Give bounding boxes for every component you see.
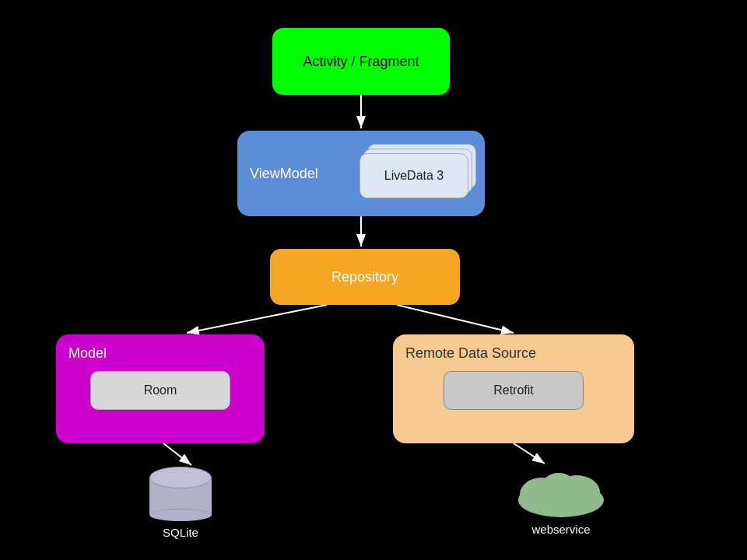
sqlite-label: SQLite xyxy=(163,526,198,539)
svg-point-10 xyxy=(542,473,576,501)
webservice-container: webservice xyxy=(510,465,612,536)
architecture-diagram: Activity / Fragment ViewModel LiveData 3… xyxy=(0,0,747,560)
cloud-icon xyxy=(510,465,612,520)
repository-label: Repository xyxy=(331,269,398,285)
sqlite-cylinder xyxy=(149,467,212,521)
remote-data-source-box: Remote Data Source Retrofit xyxy=(393,334,634,443)
model-label: Model xyxy=(68,345,107,362)
retrofit-label: Retrofit xyxy=(493,383,534,397)
webservice-label: webservice xyxy=(531,523,590,536)
svg-line-4 xyxy=(397,305,514,333)
livedata-stack: LiveData 3 xyxy=(359,144,472,203)
activity-fragment-label: Activity / Fragment xyxy=(303,54,419,70)
activity-fragment-box: Activity / Fragment xyxy=(272,28,450,95)
viewmodel-box: ViewModel LiveData 3 xyxy=(237,131,485,216)
svg-line-6 xyxy=(514,443,545,464)
svg-line-5 xyxy=(163,443,191,465)
sqlite-container: SQLite xyxy=(149,467,212,539)
room-label: Room xyxy=(144,383,177,397)
livedata-card-front: LiveData 3 xyxy=(359,153,468,198)
cylinder-bottom xyxy=(149,509,212,521)
room-card: Room xyxy=(90,371,230,410)
cylinder-top xyxy=(149,467,212,488)
svg-line-3 xyxy=(187,305,327,333)
livedata-label: LiveData 3 xyxy=(384,169,444,183)
viewmodel-label: ViewModel xyxy=(250,166,318,182)
repository-box: Repository xyxy=(270,249,460,305)
model-box: Model Room xyxy=(56,334,265,443)
retrofit-card: Retrofit xyxy=(444,371,584,410)
remote-data-source-label: Remote Data Source xyxy=(405,345,536,362)
